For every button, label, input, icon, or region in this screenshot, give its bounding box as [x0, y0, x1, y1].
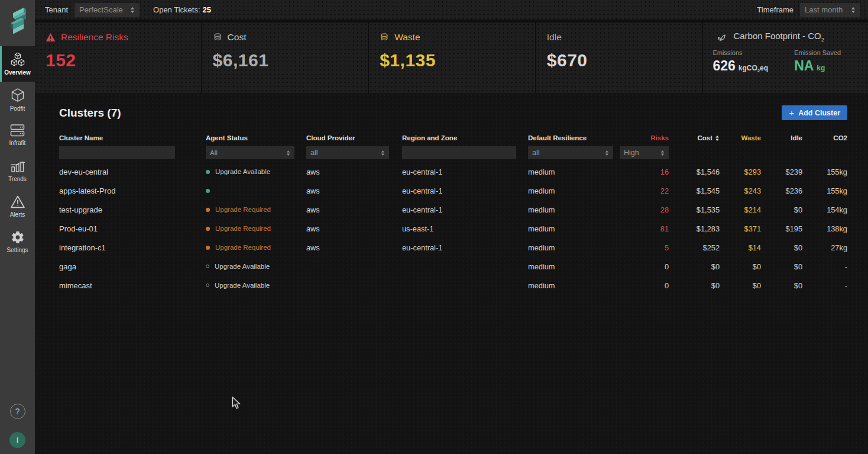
cloud-provider-filter-select[interactable]: all [306, 146, 389, 159]
open-tickets-value: 25 [203, 5, 211, 14]
table-header-row: Cluster Name Agent Status Cloud Provider… [59, 134, 868, 141]
card-title: Carbon Footprint - CO2 [733, 31, 824, 43]
tenant-select[interactable]: PerfectScale [75, 3, 140, 17]
sidebar-item-overview[interactable]: Overview [0, 46, 35, 82]
emission-saved-label: Emission Saved [794, 49, 841, 56]
gear-icon [11, 230, 25, 244]
avatar[interactable]: I [9, 432, 25, 448]
sidebar-item-infrafit[interactable]: Infrafit [0, 117, 35, 153]
idle-card[interactable]: Idle $670 [536, 22, 702, 93]
sidebar-item-podfit[interactable]: Podfit [0, 82, 35, 117]
resilience-risks-card[interactable]: Resilience Risks 152 [35, 22, 201, 93]
waste-card[interactable]: Waste $1,135 [369, 22, 535, 93]
agent-status-dot [206, 189, 210, 193]
sidebar-item-alerts[interactable]: Alerts [0, 188, 35, 224]
add-cluster-label: Add Cluster [798, 109, 840, 117]
waste-cell: $0 [720, 281, 761, 290]
warning-triangle-icon [46, 33, 56, 42]
timeframe-select[interactable]: Last month [800, 3, 860, 17]
sidebar-item-settings[interactable]: Settings [0, 224, 35, 259]
sidebar-item-label: Alerts [10, 211, 25, 218]
sidebar-item-label: Infrafit [9, 140, 26, 146]
clusters-title: Clusters (7) [59, 107, 121, 120]
region-filter-input[interactable] [402, 146, 516, 159]
sidebar-item-label: Podfit [10, 105, 25, 112]
cost-cell: $1,546 [669, 168, 720, 176]
agent-status-cell: Upgrade Required [206, 206, 306, 213]
risks-cell: 22 [615, 186, 669, 195]
trends-chart-icon [10, 159, 25, 173]
updown-caret-icon [286, 150, 290, 156]
timeframe-label: Timeframe [757, 5, 793, 14]
perfectscale-logo[interactable] [7, 5, 29, 36]
risks-cell: 0 [615, 262, 669, 271]
resilience-cell: medium [528, 262, 615, 271]
card-title: Waste [394, 32, 420, 43]
agent-status-label: Upgrade Required [215, 244, 271, 251]
col-header-agent-status: Agent Status [206, 134, 306, 141]
agent-status-label: Upgrade Available [215, 168, 270, 175]
card-title: Idle [547, 32, 562, 43]
agent-status-dot [206, 265, 209, 268]
help-glyph: ? [15, 407, 20, 416]
table-row[interactable]: mimecastUpgrade Availablemedium0$0$0$0- [59, 276, 868, 295]
agent-status-cell [206, 189, 306, 193]
co2-cell: - [802, 262, 847, 271]
cloud-provider-cell: aws [306, 186, 402, 195]
resilience-cell: medium [528, 243, 615, 252]
tenant-select-value: PerfectScale [79, 5, 123, 14]
cloud-provider-cell: aws [306, 205, 402, 214]
co2-cell: 155kg [802, 168, 847, 176]
leaf-icon [716, 31, 726, 42]
sidebar-bottom: ? I [0, 404, 35, 448]
col-header-co2: CO2 [802, 134, 847, 141]
cost-cell: $0 [669, 281, 720, 290]
col-header-cost[interactable]: Cost [669, 134, 720, 141]
resilience-filter-select[interactable]: all [528, 146, 613, 159]
cost-cell: $1,283 [669, 224, 720, 233]
carbon-footprint-card[interactable]: Carbon Footprint - CO2 Emissions 626 kgC… [703, 22, 868, 93]
risks-cell: 5 [615, 243, 669, 252]
idle-cell: $0 [761, 281, 802, 290]
table-row[interactable]: dev-eu-centralUpgrade Availableawseu-cen… [59, 162, 868, 181]
app-root: Overview Podfit [0, 0, 868, 454]
help-icon[interactable]: ? [10, 404, 25, 419]
cost-card[interactable]: Cost $6,161 [202, 22, 368, 93]
col-header-cloud-provider: Cloud Provider [306, 134, 402, 141]
agent-status-filter-select[interactable]: All [206, 146, 294, 159]
avatar-letter: I [17, 436, 19, 445]
waste-cell: $371 [720, 224, 761, 233]
table-row[interactable]: apps-latest-Prodawseu-central-1medium22$… [59, 181, 868, 200]
region-cell: eu-central-1 [402, 205, 528, 214]
agent-status-cell: Upgrade Available [206, 168, 306, 175]
waste-cell: $14 [720, 243, 761, 252]
sidebar-item-trends[interactable]: Trends [0, 153, 35, 188]
risks-filter-select[interactable]: High [620, 146, 669, 159]
col-header-cluster-name: Cluster Name [59, 134, 206, 141]
table-row[interactable]: gagaUpgrade Availablemedium0$0$0$0- [59, 257, 868, 276]
idle-cell: $239 [761, 168, 802, 176]
idle-cell: $195 [761, 224, 802, 233]
table-row[interactable]: test-upgradeUpgrade Requiredawseu-centra… [59, 200, 868, 219]
col-header-resilience: Default Resilience [528, 134, 615, 141]
emissions-unit: kgCO2eq [739, 64, 768, 73]
open-tickets: Open Tickets:25 [153, 5, 211, 14]
co2-cell: 155kg [802, 186, 847, 195]
emissions-label: Emissions [712, 49, 768, 56]
cost-cell: $1,545 [669, 186, 720, 195]
cluster-name-filter-input[interactable] [59, 146, 175, 159]
co2-cell: 154kg [802, 205, 847, 214]
sort-icon[interactable] [715, 135, 720, 141]
idle-cell: $236 [761, 186, 802, 195]
cost-cell: $252 [669, 243, 720, 252]
tenant-label: Tenant [45, 5, 68, 14]
cluster-name-cell: integration-c1 [59, 243, 206, 252]
table-row[interactable]: integration-c1Upgrade Requiredawseu-cent… [59, 238, 868, 257]
agent-status-dot [206, 208, 210, 212]
sidebar-nav: Overview Podfit [0, 46, 35, 259]
table-row[interactable]: Prod-eu-01Upgrade Requiredawsus-east-1me… [59, 219, 868, 238]
agent-status-label: Upgrade Required [215, 225, 271, 232]
add-cluster-button[interactable]: + Add Cluster [782, 105, 847, 120]
coins-icon [380, 33, 389, 42]
col-header-risks: Risks [615, 134, 669, 141]
